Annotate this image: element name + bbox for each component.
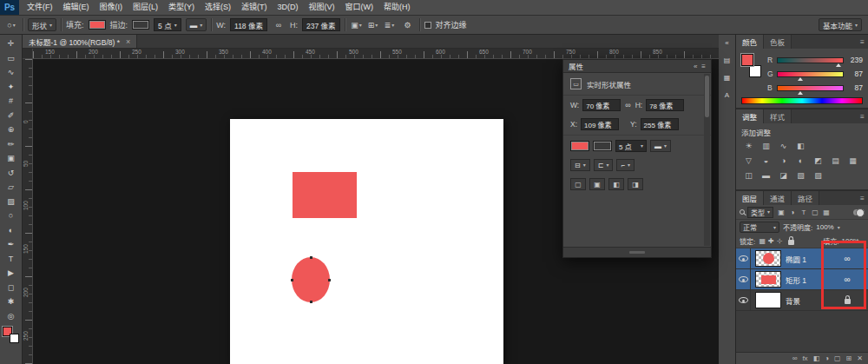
lock-position-icon[interactable]: ⊹ xyxy=(775,236,784,246)
path-op-exclude[interactable]: ◨ xyxy=(628,178,643,190)
tab-paths[interactable]: 路径 xyxy=(792,191,819,205)
menu-item[interactable]: 图像(I) xyxy=(95,0,128,15)
tab-color[interactable]: 颜色 xyxy=(736,35,764,49)
filter-smart-icon[interactable]: ▦ xyxy=(821,207,832,217)
background-color-swatch[interactable] xyxy=(749,65,761,77)
path-op-subtract[interactable]: ▣ xyxy=(589,178,605,190)
panel-menu-icon[interactable]: ≡ xyxy=(857,35,868,49)
stroke-swatch[interactable] xyxy=(132,20,149,30)
layer-mask-icon[interactable]: ◧ xyxy=(813,354,820,362)
layer-style-icon[interactable]: fx xyxy=(802,354,807,362)
invert-icon[interactable]: ◫ xyxy=(741,169,756,182)
ruler-origin-corner[interactable] xyxy=(23,49,33,59)
panel-menu-icon[interactable]: ≡ xyxy=(701,63,706,70)
info-panel-icon[interactable]: ▦ xyxy=(720,72,733,83)
zoom-tool[interactable]: ◎ xyxy=(2,309,21,324)
marquee-tool[interactable]: ▭ xyxy=(2,51,21,66)
shape-h-field[interactable]: 78 像素 xyxy=(646,99,684,111)
menu-item[interactable]: 文件(F) xyxy=(22,0,58,15)
menu-item[interactable]: 编辑(E) xyxy=(58,0,95,15)
background-color-swatch[interactable] xyxy=(10,334,19,343)
tab-styles[interactable]: 样式 xyxy=(764,109,792,123)
menu-item[interactable]: 窗口(W) xyxy=(340,0,379,15)
blur-tool[interactable]: ○ xyxy=(2,208,21,223)
link-dimensions-icon[interactable]: ∞ xyxy=(624,101,631,109)
menu-item[interactable]: 类型(Y) xyxy=(163,0,200,15)
tool-mode-select[interactable]: 形状 ▾ xyxy=(28,18,56,31)
move-tool[interactable]: ✛ xyxy=(2,36,21,51)
menu-item[interactable]: 3D(D) xyxy=(273,0,304,15)
crop-tool[interactable]: # xyxy=(2,94,21,109)
stroke-align-option[interactable]: ⊟ ▾ xyxy=(570,159,590,171)
path-arrange-button[interactable]: ≣ ▾ xyxy=(383,18,397,32)
properties-panel-header[interactable]: 属性 « ≡ xyxy=(563,60,711,73)
color-ramp[interactable] xyxy=(741,97,863,104)
slider-thumb[interactable] xyxy=(836,63,841,67)
gear-icon[interactable]: ⚙ xyxy=(401,18,415,32)
link-layers-icon[interactable]: ∞ xyxy=(792,354,798,362)
levels-icon[interactable]: ▥ xyxy=(759,140,773,152)
lasso-tool[interactable]: ∿ xyxy=(2,65,21,80)
red-slider[interactable] xyxy=(777,57,844,63)
layer-filter-select[interactable]: 类型 ▾ xyxy=(747,207,773,218)
path-alignment-button[interactable]: ⊞ ▾ xyxy=(366,18,380,32)
scrollbar-thumb[interactable] xyxy=(705,76,709,117)
ellipse-fill[interactable] xyxy=(292,257,330,302)
exposure-icon[interactable]: ◧ xyxy=(793,140,808,152)
blend-mode-select[interactable]: 正常 ▾ xyxy=(740,222,779,233)
stroke-type-select[interactable]: ▬ ▾ xyxy=(650,140,671,152)
photo-filter-icon[interactable]: ◩ xyxy=(811,155,825,167)
quick-selection-tool[interactable]: ✦ xyxy=(2,80,21,95)
layer-thumbnail[interactable] xyxy=(755,292,781,308)
black-white-icon[interactable]: ◐ xyxy=(793,155,808,167)
red-value[interactable]: 239 xyxy=(847,56,863,64)
color-lookup-icon[interactable]: ▦ xyxy=(845,155,860,167)
brightness-contrast-icon[interactable]: ☀ xyxy=(741,140,756,152)
vertical-ruler[interactable]: 050100150200250300 xyxy=(23,59,33,364)
panel-menu-icon[interactable]: ≡ xyxy=(857,109,868,123)
workspace-switcher[interactable]: 基本功能 ▾ xyxy=(819,18,862,31)
document-page[interactable] xyxy=(230,119,503,364)
resize-grip[interactable] xyxy=(629,251,645,254)
stroke-swatch[interactable] xyxy=(593,141,612,151)
channel-mixer-icon[interactable]: ▤ xyxy=(828,155,843,167)
filter-pixel-icon[interactable]: ▣ xyxy=(776,207,786,217)
anchor-point[interactable] xyxy=(328,279,331,281)
anchor-point[interactable] xyxy=(310,256,312,259)
hue-saturation-icon[interactable]: ◒ xyxy=(759,155,773,167)
brush-tool[interactable]: ✏ xyxy=(2,137,21,152)
gradient-tool[interactable]: ▨ xyxy=(2,195,21,209)
stroke-width-field[interactable]: 5 点 ▾ xyxy=(154,18,181,31)
slider-thumb[interactable] xyxy=(798,77,803,81)
visibility-toggle[interactable] xyxy=(736,248,751,268)
tab-adjustments[interactable]: 调整 xyxy=(736,109,764,123)
horizontal-ruler[interactable]: 1502002503003504004505005506006507007508… xyxy=(33,49,719,59)
collapse-panel-icon[interactable]: « xyxy=(694,63,697,70)
history-panel-icon[interactable]: ▤ xyxy=(720,55,733,66)
menu-item[interactable]: 滤镜(T) xyxy=(236,0,273,15)
type-tool[interactable]: T xyxy=(2,252,21,267)
shape-w-field[interactable]: 70 像素 xyxy=(582,99,621,111)
clone-stamp-tool[interactable]: ▣ xyxy=(2,151,21,166)
lock-all-icon[interactable] xyxy=(786,236,795,246)
scrollbar[interactable] xyxy=(704,74,710,246)
ellipse-shape[interactable] xyxy=(292,257,330,302)
eraser-tool[interactable]: ▱ xyxy=(2,180,21,195)
shape-y-field[interactable]: 255 像素 xyxy=(641,118,679,130)
stroke-width-field[interactable]: 5 点 ▾ xyxy=(615,140,647,152)
shape-tool[interactable]: ◻ xyxy=(2,281,21,295)
eyedropper-tool[interactable]: ✐ xyxy=(2,109,21,123)
tool-preset-button[interactable]: ○ ▾ xyxy=(4,18,18,32)
filter-toggle-switch[interactable] xyxy=(853,209,865,215)
filter-type-icon[interactable]: T xyxy=(799,207,809,217)
shape-height-field[interactable]: 237 像素 xyxy=(302,18,340,31)
anchor-point[interactable] xyxy=(291,279,293,281)
rectangle-shape[interactable] xyxy=(293,172,357,218)
path-op-combine[interactable]: ▢ xyxy=(570,178,586,190)
panel-resize-bar[interactable] xyxy=(563,247,711,257)
fill-swatch[interactable] xyxy=(89,20,106,30)
layer-group-icon[interactable]: ▢ xyxy=(834,354,841,362)
menu-item[interactable]: 帮助(H) xyxy=(378,0,416,15)
curves-icon[interactable]: ∿ xyxy=(776,140,791,152)
visibility-toggle[interactable] xyxy=(736,290,751,310)
